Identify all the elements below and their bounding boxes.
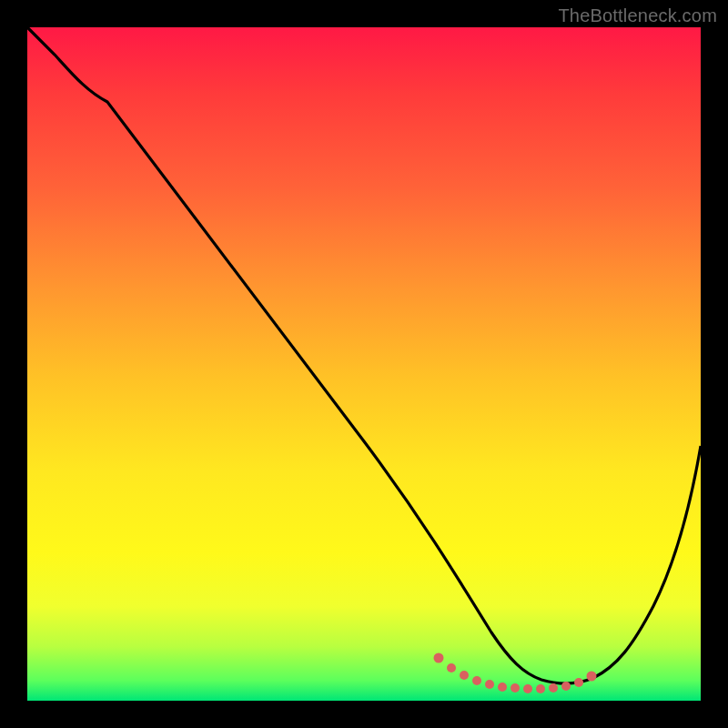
watermark-text: TheBottleneck.com xyxy=(558,5,717,26)
dot xyxy=(447,663,456,672)
dot xyxy=(485,680,494,689)
plot-area xyxy=(27,27,701,701)
dot xyxy=(549,683,558,693)
dot xyxy=(536,684,545,693)
dot xyxy=(587,672,597,682)
chart-frame: TheBottleneck.com xyxy=(0,0,728,728)
dot xyxy=(511,683,520,693)
curve-path xyxy=(27,27,701,683)
dot xyxy=(561,682,571,691)
dot xyxy=(472,676,481,685)
dot xyxy=(574,678,583,687)
dot xyxy=(460,671,469,680)
dot xyxy=(523,684,532,693)
dot xyxy=(498,682,507,692)
dot xyxy=(434,653,444,663)
dotted-minimum-segment xyxy=(434,653,597,694)
bottleneck-curve xyxy=(27,27,701,701)
